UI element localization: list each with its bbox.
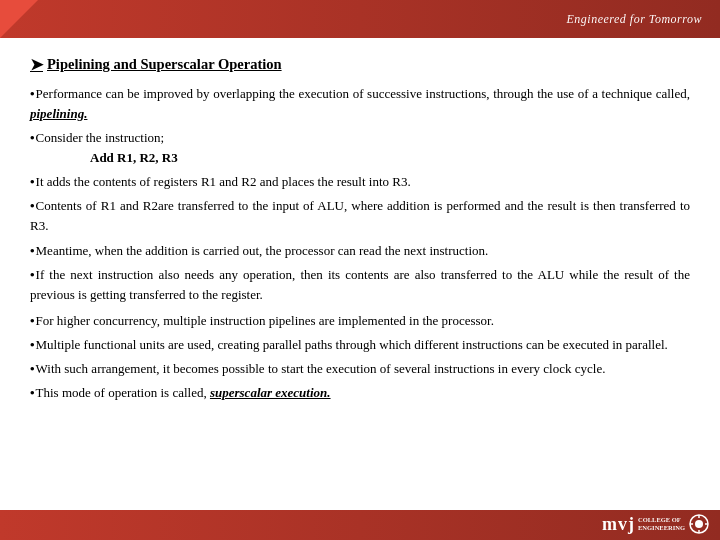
section-title: ➤ Pipelining and Superscalar Operation (30, 56, 690, 74)
bullet-10: •This mode of operation is called, super… (30, 383, 690, 403)
logo-mvj: mvj (602, 514, 635, 535)
top-bar-triangle (0, 0, 38, 38)
bottom-bar: mvj COLLEGE OFENGINEERING (0, 510, 720, 540)
bullet-1: •Performance can be improved by overlapp… (30, 84, 690, 124)
logo-subtext: COLLEGE OFENGINEERING (638, 516, 685, 533)
bullet-6: •If the next instruction also needs any … (30, 265, 690, 305)
superscalar-text: superscalar execution. (210, 385, 331, 400)
arrow-bullet: ➤ (30, 56, 43, 74)
bullet-5: •Meantime, when the addition is carried … (30, 241, 690, 261)
college-emblem-icon (688, 513, 710, 535)
logo-icon: mvj COLLEGE OFENGINEERING (602, 513, 710, 535)
bullet-3: •It adds the contents of registers R1 an… (30, 172, 690, 192)
bullet-9: •With such arrangement, it becomes possi… (30, 359, 690, 379)
bullet-4: •Contents of R1 and R2are transferred to… (30, 196, 690, 236)
logo-area: mvj COLLEGE OFENGINEERING (602, 513, 710, 535)
bullet-8: •Multiple functional units are used, cre… (30, 335, 690, 355)
section-title-text: Pipelining and Superscalar Operation (47, 56, 282, 73)
svg-point-1 (695, 520, 703, 528)
indent-block: •For higher concurrency, multiple instru… (30, 311, 690, 404)
add-instruction: Add R1, R2, R3 (90, 148, 690, 168)
tagline: Engineered for Tomorrow (566, 12, 702, 27)
main-content: ➤ Pipelining and Superscalar Operation •… (0, 38, 720, 510)
bullet-2: •Consider the instruction; Add R1, R2, R… (30, 128, 690, 168)
bullet-7: •For higher concurrency, multiple instru… (30, 311, 690, 331)
top-bar: Engineered for Tomorrow (0, 0, 720, 38)
pipelining-text: pipelining. (30, 106, 87, 121)
